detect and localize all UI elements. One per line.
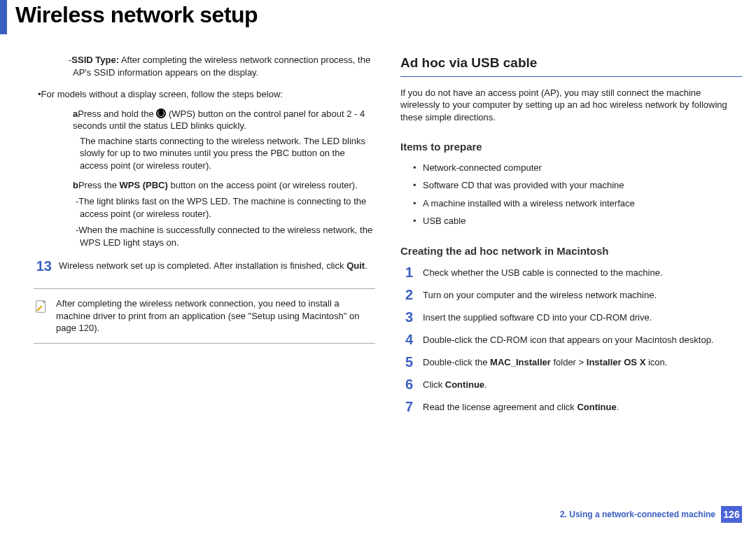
- note-box: After completing the wireless network co…: [34, 288, 375, 344]
- list-item: Network-connected computer: [413, 162, 742, 174]
- content-columns: -SSID Type: After completing the wireles…: [0, 54, 756, 422]
- step-text: Check whether the USB cable is connected…: [423, 265, 742, 279]
- list-item: 5 Double-click the MAC_Installer folder …: [400, 355, 742, 369]
- left-column: -SSID Type: After completing the wireles…: [34, 54, 375, 422]
- list-item: Software CD that was provided with your …: [413, 179, 742, 192]
- creating-adhoc-heading: Creating the ad hoc network in Macintosh: [400, 244, 742, 258]
- step-b-dash2: -When the machine is successfully connec…: [80, 224, 375, 248]
- step-number: 6: [400, 377, 413, 391]
- step-a-before: Press and hold the: [78, 108, 156, 119]
- step-number: 3: [400, 310, 413, 324]
- step-13-bold: Quit: [346, 260, 365, 271]
- step-13-before: Wireless network set up is completed. Af…: [59, 260, 346, 271]
- step-text: Turn on your computer and the wireless n…: [423, 288, 742, 302]
- step-text: Insert the supplied software CD into you…: [423, 310, 742, 324]
- step-text: Read the license agreement and click Con…: [423, 400, 742, 414]
- list-item: 4 Double-click the CD-ROM icon that appe…: [400, 332, 742, 346]
- ssid-type-label: SSID Type:: [71, 55, 119, 65]
- page-number: 126: [721, 506, 742, 523]
- step-text: Click Continue.: [423, 377, 742, 391]
- sub-step-b: bPress the WPS (PBC) button on the acces…: [73, 179, 375, 249]
- step-number: 7: [400, 400, 413, 414]
- step-number: 2: [400, 288, 413, 302]
- adhoc-heading: Ad hoc via USB cable: [400, 54, 742, 77]
- sub-steps: aPress and hold the (WPS) button on the …: [73, 108, 375, 248]
- step-text: Double-click the CD-ROM icon that appear…: [423, 332, 742, 346]
- step-text: Double-click the MAC_Installer folder > …: [423, 355, 742, 369]
- adhoc-intro: If you do not have an access point (AP),…: [400, 87, 742, 124]
- step-number: 4: [400, 332, 413, 346]
- list-item: USB cable: [413, 215, 742, 227]
- step-b-label: b: [73, 180, 78, 190]
- step-a-body: The machine starts connecting to the wir…: [80, 135, 375, 172]
- step-b-before: Press the: [78, 180, 120, 190]
- sub-step-a: aPress and hold the (WPS) button on the …: [73, 108, 375, 172]
- ssid-type-block: -SSID Type: After completing the wireles…: [73, 54, 375, 78]
- list-item: 6 Click Continue.: [400, 377, 742, 391]
- list-item: 1 Check whether the USB cable is connect…: [400, 265, 742, 279]
- note-icon: [34, 299, 49, 314]
- list-item: A machine installed with a wireless netw…: [413, 197, 742, 210]
- step-13-after: .: [365, 260, 368, 271]
- step-b-bold: WPS (PBC): [119, 180, 167, 190]
- page-header: Wireless network setup: [0, 0, 756, 34]
- page-footer: 2. Using a network-connected machine 126: [560, 506, 742, 523]
- step-b-after: button on the access point (or wireless …: [168, 180, 358, 190]
- step-b-dash1: -The light blinks fast on the WPS LED. T…: [80, 195, 375, 220]
- list-item: 7 Read the license agreement and click C…: [400, 400, 742, 414]
- page-title: Wireless network setup: [15, 0, 756, 30]
- prepare-list: Network-connected computer Software CD t…: [413, 162, 742, 227]
- right-column: Ad hoc via USB cable If you do not have …: [400, 54, 742, 422]
- step-13: 13 Wireless network set up is completed.…: [34, 258, 375, 273]
- step-number: 1: [400, 265, 413, 279]
- no-display-note: •For models without a display screen, fo…: [38, 88, 375, 101]
- footer-chapter: 2. Using a network-connected machine: [560, 509, 715, 520]
- step-13-number: 13: [34, 258, 52, 273]
- note-text: After completing the wireless network co…: [56, 297, 372, 335]
- list-item: 2 Turn on your computer and the wireless…: [400, 288, 742, 302]
- step-number: 5: [400, 355, 413, 369]
- wps-icon: [156, 108, 166, 118]
- items-to-prepare-heading: Items to prepare: [400, 140, 742, 154]
- list-item: 3 Insert the supplied software CD into y…: [400, 310, 742, 324]
- adhoc-steps: 1 Check whether the USB cable is connect…: [400, 265, 742, 414]
